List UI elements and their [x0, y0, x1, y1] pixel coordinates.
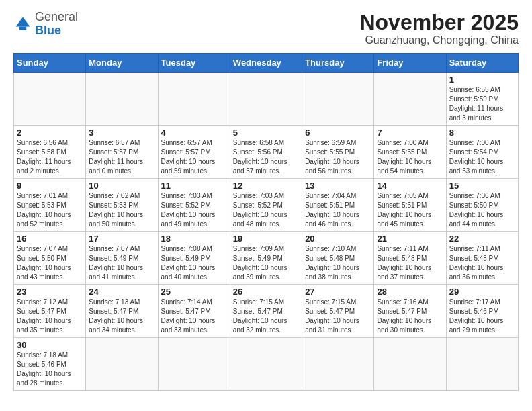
day-number: 27 [305, 287, 371, 297]
table-row [14, 73, 86, 126]
calendar-week-row: 2Sunrise: 6:56 AM Sunset: 5:58 PM Daylig… [14, 126, 519, 179]
header-saturday: Saturday [446, 54, 518, 73]
table-row: 11Sunrise: 7:03 AM Sunset: 5:52 PM Dayli… [158, 179, 230, 232]
day-info: Sunrise: 7:18 AM Sunset: 5:46 PM Dayligh… [17, 351, 83, 388]
calendar-week-row: 30Sunrise: 7:18 AM Sunset: 5:46 PM Dayli… [14, 338, 519, 391]
table-row [302, 73, 374, 126]
table-row: 30Sunrise: 7:18 AM Sunset: 5:46 PM Dayli… [14, 338, 86, 391]
logo: General Blue [13, 11, 78, 38]
day-info: Sunrise: 7:05 AM Sunset: 5:51 PM Dayligh… [377, 191, 443, 229]
table-row: 2Sunrise: 6:56 AM Sunset: 5:58 PM Daylig… [14, 126, 86, 179]
day-info: Sunrise: 7:00 AM Sunset: 5:55 PM Dayligh… [377, 138, 443, 176]
day-info: Sunrise: 7:14 AM Sunset: 5:47 PM Dayligh… [161, 298, 227, 335]
header-friday: Friday [374, 54, 446, 73]
day-info: Sunrise: 7:01 AM Sunset: 5:53 PM Dayligh… [17, 191, 83, 229]
logo-text: General Blue [35, 11, 78, 38]
table-row [230, 73, 302, 126]
day-info: Sunrise: 7:07 AM Sunset: 5:50 PM Dayligh… [17, 244, 83, 282]
day-number: 3 [89, 128, 154, 138]
day-number: 29 [449, 287, 515, 297]
table-row: 26Sunrise: 7:15 AM Sunset: 5:47 PM Dayli… [230, 285, 302, 338]
day-number: 5 [233, 128, 299, 138]
day-number: 24 [89, 287, 154, 297]
calendar-table: Sunday Monday Tuesday Wednesday Thursday… [13, 53, 519, 391]
table-row: 5Sunrise: 6:58 AM Sunset: 5:56 PM Daylig… [230, 126, 302, 179]
day-info: Sunrise: 6:57 AM Sunset: 5:57 PM Dayligh… [89, 138, 154, 176]
day-number: 8 [449, 128, 515, 138]
month-year-title: November 2025 [359, 11, 519, 34]
table-row: 23Sunrise: 7:12 AM Sunset: 5:47 PM Dayli… [14, 285, 86, 338]
table-row [374, 73, 446, 126]
day-number: 26 [233, 287, 299, 297]
day-number: 10 [89, 181, 154, 191]
day-number: 16 [17, 234, 83, 244]
table-row: 12Sunrise: 7:03 AM Sunset: 5:52 PM Dayli… [230, 179, 302, 232]
table-row: 19Sunrise: 7:09 AM Sunset: 5:49 PM Dayli… [230, 232, 302, 285]
day-info: Sunrise: 7:02 AM Sunset: 5:53 PM Dayligh… [89, 191, 154, 229]
day-number: 2 [17, 128, 83, 138]
day-number: 15 [449, 181, 515, 191]
day-number: 9 [17, 181, 83, 191]
day-number: 1 [449, 75, 515, 85]
logo-blue: Blue [35, 24, 61, 37]
table-row: 29Sunrise: 7:17 AM Sunset: 5:46 PM Dayli… [446, 285, 518, 338]
table-row: 13Sunrise: 7:04 AM Sunset: 5:51 PM Dayli… [302, 179, 374, 232]
logo-general: General [35, 10, 78, 24]
day-number: 17 [89, 234, 154, 244]
title-block: November 2025 Guanzhuang, Chongqing, Chi… [359, 11, 519, 46]
table-row: 3Sunrise: 6:57 AM Sunset: 5:57 PM Daylig… [86, 126, 158, 179]
day-info: Sunrise: 6:59 AM Sunset: 5:55 PM Dayligh… [305, 138, 371, 176]
day-number: 19 [233, 234, 299, 244]
table-row: 24Sunrise: 7:13 AM Sunset: 5:47 PM Dayli… [86, 285, 158, 338]
day-number: 7 [377, 128, 443, 138]
table-row: 22Sunrise: 7:11 AM Sunset: 5:48 PM Dayli… [446, 232, 518, 285]
day-number: 21 [377, 234, 443, 244]
day-info: Sunrise: 6:56 AM Sunset: 5:58 PM Dayligh… [17, 138, 83, 176]
header-thursday: Thursday [302, 54, 374, 73]
table-row: 6Sunrise: 6:59 AM Sunset: 5:55 PM Daylig… [302, 126, 374, 179]
table-row [230, 338, 302, 391]
table-row: 9Sunrise: 7:01 AM Sunset: 5:53 PM Daylig… [14, 179, 86, 232]
table-row: 14Sunrise: 7:05 AM Sunset: 5:51 PM Dayli… [374, 179, 446, 232]
day-info: Sunrise: 7:08 AM Sunset: 5:49 PM Dayligh… [161, 244, 227, 282]
day-info: Sunrise: 7:11 AM Sunset: 5:48 PM Dayligh… [377, 244, 443, 282]
svg-rect-1 [19, 26, 27, 30]
day-info: Sunrise: 7:09 AM Sunset: 5:49 PM Dayligh… [233, 244, 299, 282]
calendar-week-row: 9Sunrise: 7:01 AM Sunset: 5:53 PM Daylig… [14, 179, 519, 232]
table-row: 15Sunrise: 7:06 AM Sunset: 5:50 PM Dayli… [446, 179, 518, 232]
table-row: 1Sunrise: 6:55 AM Sunset: 5:59 PM Daylig… [446, 73, 518, 126]
table-row [158, 73, 230, 126]
table-row: 16Sunrise: 7:07 AM Sunset: 5:50 PM Dayli… [14, 232, 86, 285]
day-number: 22 [449, 234, 515, 244]
table-row: 25Sunrise: 7:14 AM Sunset: 5:47 PM Dayli… [158, 285, 230, 338]
table-row: 8Sunrise: 7:00 AM Sunset: 5:54 PM Daylig… [446, 126, 518, 179]
day-number: 30 [17, 340, 83, 350]
day-info: Sunrise: 6:57 AM Sunset: 5:57 PM Dayligh… [161, 138, 227, 176]
header-tuesday: Tuesday [158, 54, 230, 73]
table-row: 7Sunrise: 7:00 AM Sunset: 5:55 PM Daylig… [374, 126, 446, 179]
table-row [158, 338, 230, 391]
weekday-header-row: Sunday Monday Tuesday Wednesday Thursday… [14, 54, 519, 73]
calendar-week-row: 23Sunrise: 7:12 AM Sunset: 5:47 PM Dayli… [14, 285, 519, 338]
day-info: Sunrise: 7:13 AM Sunset: 5:47 PM Dayligh… [89, 298, 154, 335]
day-number: 20 [305, 234, 371, 244]
day-info: Sunrise: 7:17 AM Sunset: 5:46 PM Dayligh… [449, 298, 515, 335]
table-row [86, 338, 158, 391]
day-number: 18 [161, 234, 227, 244]
table-row [86, 73, 158, 126]
day-number: 25 [161, 287, 227, 297]
table-row: 17Sunrise: 7:07 AM Sunset: 5:49 PM Dayli… [86, 232, 158, 285]
logo-icon [13, 15, 32, 34]
day-info: Sunrise: 7:04 AM Sunset: 5:51 PM Dayligh… [305, 191, 371, 229]
table-row: 10Sunrise: 7:02 AM Sunset: 5:53 PM Dayli… [86, 179, 158, 232]
day-info: Sunrise: 7:10 AM Sunset: 5:48 PM Dayligh… [305, 244, 371, 282]
header: General Blue November 2025 Guanzhuang, C… [13, 11, 519, 46]
header-monday: Monday [86, 54, 158, 73]
day-number: 28 [377, 287, 443, 297]
table-row: 4Sunrise: 6:57 AM Sunset: 5:57 PM Daylig… [158, 126, 230, 179]
day-info: Sunrise: 7:16 AM Sunset: 5:47 PM Dayligh… [377, 298, 443, 335]
calendar-week-row: 1Sunrise: 6:55 AM Sunset: 5:59 PM Daylig… [14, 73, 519, 126]
table-row [446, 338, 518, 391]
table-row: 20Sunrise: 7:10 AM Sunset: 5:48 PM Dayli… [302, 232, 374, 285]
table-row: 28Sunrise: 7:16 AM Sunset: 5:47 PM Dayli… [374, 285, 446, 338]
